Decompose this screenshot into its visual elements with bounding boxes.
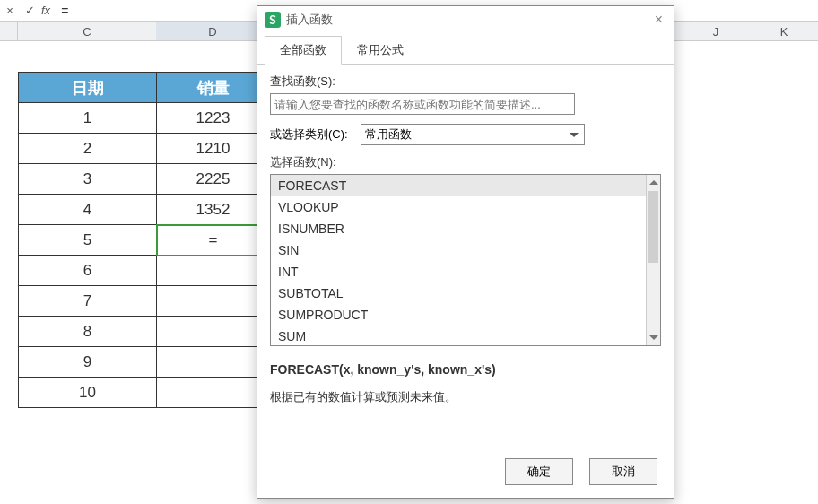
list-item[interactable]: SUM [271, 326, 646, 347]
function-list: FORECAST VLOOKUP ISNUMBER SIN INT SUBTOT… [270, 174, 661, 346]
category-select[interactable]: 常用函数 [361, 124, 585, 145]
tab-all-functions[interactable]: 全部函数 [265, 36, 342, 65]
list-item[interactable]: SIN [271, 239, 646, 261]
list-item[interactable]: VLOOKUP [271, 196, 646, 218]
list-item[interactable]: INT [271, 261, 646, 282]
list-label: 选择函数(N): [270, 154, 661, 170]
table-row: 9 [19, 347, 270, 378]
formula-value[interactable]: = [54, 4, 68, 18]
table-row: 6 [19, 256, 270, 286]
scroll-thumb[interactable] [648, 191, 658, 263]
col-header[interactable]: J [682, 22, 750, 40]
table-row: 32225 [19, 164, 270, 195]
table-row: 10 [19, 378, 270, 408]
list-item[interactable]: ISNUMBER [271, 218, 646, 239]
table-header: 日期 [19, 73, 157, 103]
ok-button[interactable]: 确定 [505, 458, 573, 485]
table-row: 11223 [19, 103, 270, 134]
table-header: 销量 [157, 73, 270, 103]
cancel-button[interactable]: 取消 [589, 458, 657, 485]
app-logo-icon [265, 12, 281, 28]
col-header[interactable]: D [156, 22, 269, 40]
table-row: 21210 [19, 134, 270, 164]
category-label: 或选择类别(C): [270, 126, 348, 143]
insert-function-dialog: 插入函数 × 全部函数 常用公式 查找函数(S): 或选择类别(C): 常用函数… [257, 5, 674, 499]
search-input[interactable] [270, 93, 575, 115]
category-value: 常用函数 [365, 126, 412, 143]
function-signature: FORECAST(x, known_y's, known_x's) [270, 362, 661, 377]
confirm-icon[interactable]: ✓ [20, 4, 39, 17]
dialog-tabs: 全部函数 常用公式 [257, 35, 674, 65]
list-item[interactable]: FORECAST [271, 175, 646, 196]
col-header[interactable]: C [18, 22, 156, 40]
scroll-down-icon[interactable] [647, 331, 660, 345]
table-row: 8 [19, 317, 270, 347]
col-header[interactable]: K [750, 22, 818, 40]
cancel-icon[interactable]: × [0, 4, 20, 17]
tab-common-formulas[interactable]: 常用公式 [342, 36, 419, 65]
dialog-title: 插入函数 [286, 12, 651, 28]
scrollbar[interactable] [646, 175, 660, 345]
data-table: 日期 销量 11223 21210 32225 41352 5= 6 7 8 9… [18, 72, 270, 408]
table-row: 7 [19, 286, 270, 317]
table-row: 41352 [19, 195, 270, 225]
list-item[interactable]: SUBTOTAL [271, 282, 646, 304]
scroll-up-icon[interactable] [647, 175, 660, 189]
search-label: 查找函数(S): [270, 74, 661, 90]
editing-cell[interactable]: = [157, 225, 270, 256]
function-description: 根据已有的数值计算或预测未来值。 [270, 389, 661, 405]
fx-icon[interactable]: fx [39, 4, 54, 17]
table-row: 5= [19, 225, 270, 256]
list-item[interactable]: SUMPRODUCT [271, 304, 646, 326]
close-icon[interactable]: × [651, 12, 666, 28]
